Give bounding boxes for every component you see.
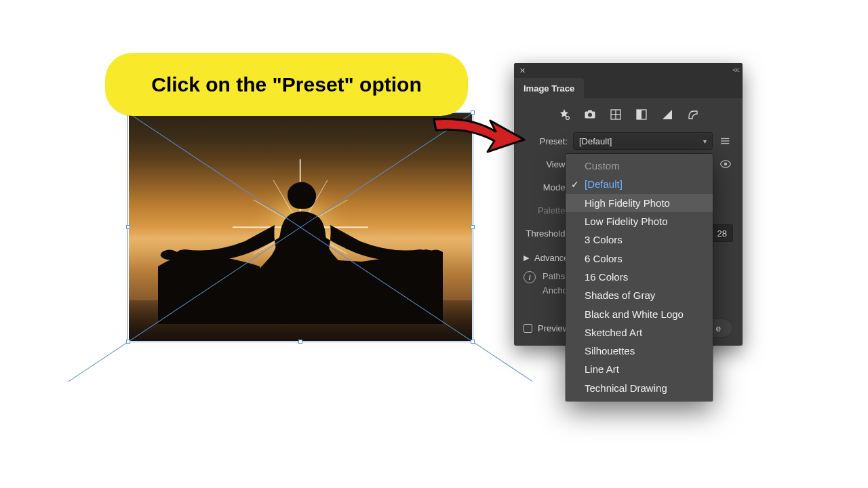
collapse-icon[interactable]: << (732, 66, 738, 74)
chevron-down-icon: ▾ (703, 138, 707, 145)
dropdown-item[interactable]: 6 Colors (566, 249, 713, 267)
panel-header: ✕ << (514, 63, 743, 78)
triangle-right-icon: ▶ (524, 253, 529, 262)
preview-checkbox[interactable]: Preview (524, 323, 569, 333)
photo-placeholder (129, 113, 472, 341)
outline-icon[interactable] (686, 108, 700, 121)
palette-label: Palette: (524, 205, 568, 216)
dropdown-item[interactable]: Black and White Logo (566, 304, 713, 323)
preset-menu-icon[interactable] (718, 134, 733, 148)
preview-label: Preview (538, 323, 569, 333)
instruction-callout: Click on the "Preset" option (105, 53, 468, 116)
svg-point-14 (721, 138, 722, 140)
dropdown-item[interactable]: Low Fidelity Photo (566, 212, 713, 230)
tab-image-trace[interactable]: Image Trace (514, 78, 584, 98)
dropdown-item[interactable]: Technical Drawing (566, 379, 713, 397)
tab-label: Image Trace (524, 83, 574, 94)
svg-rect-2 (588, 110, 592, 113)
annotation-arrow-icon (431, 110, 526, 164)
halftone-icon[interactable] (635, 108, 648, 121)
trace-button-end: e (716, 323, 721, 333)
preset-quick-toolbar (514, 98, 743, 129)
panel-tabs: Image Trace (514, 78, 743, 98)
dropdown-item[interactable]: Line Art (566, 360, 713, 378)
threshold-label: Threshold: (524, 228, 568, 239)
eye-icon[interactable] (718, 157, 733, 171)
dropdown-item[interactable]: Sketched Art (566, 323, 713, 342)
instruction-text: Click on the "Preset" option (151, 73, 422, 96)
svg-point-3 (588, 113, 592, 117)
dropdown-item[interactable]: 16 Colors (566, 268, 713, 286)
info-icon: i (524, 271, 536, 283)
dropdown-item[interactable]: High Fidelity Photo (566, 194, 713, 212)
auto-color-icon[interactable] (557, 108, 571, 121)
preset-label: Preset: (524, 136, 568, 146)
dropdown-item[interactable]: [Default] (566, 175, 713, 193)
svg-point-0 (566, 117, 569, 120)
camera-icon[interactable] (583, 108, 597, 121)
svg-point-15 (721, 140, 722, 142)
checkbox-box (524, 324, 532, 333)
dropdown-item[interactable]: Silhouettes (566, 342, 713, 360)
svg-rect-8 (637, 110, 642, 119)
preset-selected-text: [Default] (579, 136, 612, 146)
dropdown-item[interactable]: Shades of Gray (566, 286, 713, 304)
preset-select[interactable]: [Default] ▾ (573, 132, 713, 150)
threshold-value[interactable]: 28 (711, 224, 733, 242)
canvas-selected-image[interactable] (129, 113, 472, 341)
svg-point-16 (721, 143, 722, 144)
grid-3-icon[interactable] (609, 108, 623, 121)
view-label: View: (524, 159, 568, 169)
svg-point-17 (724, 163, 728, 166)
preset-row: Preset: [Default] ▾ (524, 129, 733, 152)
mode-label: Mode: (524, 182, 568, 192)
dropdown-item: Custom (566, 157, 713, 175)
close-icon[interactable]: ✕ (518, 66, 527, 75)
preset-dropdown: Custom[Default]High Fidelity PhotoLow Fi… (566, 154, 713, 401)
bw-square-icon[interactable] (660, 108, 674, 121)
dropdown-item[interactable]: 3 Colors (566, 230, 713, 249)
